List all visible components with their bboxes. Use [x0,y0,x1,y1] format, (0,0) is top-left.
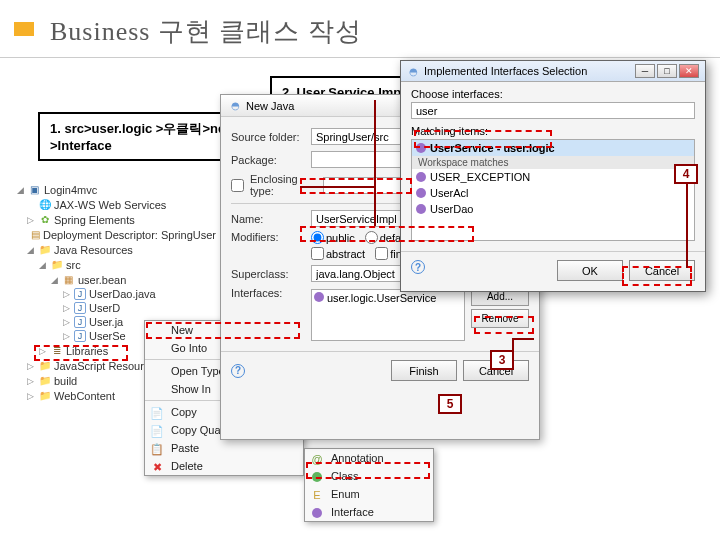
folder-icon: 📁 [38,389,51,402]
help-icon[interactable]: ? [231,364,245,378]
matching-list[interactable]: UserService - user.logic Workspace match… [411,139,695,241]
slide-title: Business 구현 클래스 작성 [0,0,720,58]
slide-accent [14,22,34,36]
wizard-icon: ◓ [229,99,242,112]
choose-label: Choose interfaces: [411,88,695,100]
copy-icon: 📄 [150,406,164,420]
libs-label: Libraries [66,345,108,357]
dialog-title: Implemented Interfaces Selection [424,65,587,77]
twisty-icon[interactable]: ▷ [62,331,71,341]
spring-label: Spring Elements [54,214,135,226]
superclass-label: Superclass: [231,268,305,280]
help-icon[interactable]: ? [411,260,425,274]
dialog-title: New Java [246,100,294,112]
remove-button[interactable]: Remove [471,309,529,328]
window-icon: ◓ [407,65,420,78]
modifier-abstract[interactable]: abstract [311,247,365,260]
name-label: Name: [231,213,305,225]
close-button[interactable]: ✕ [679,64,699,78]
submenu-enum[interactable]: EEnum [305,485,433,503]
maximize-button[interactable]: □ [657,64,677,78]
interface-icon [310,506,324,520]
enum-icon: E [310,488,324,502]
twisty-icon[interactable]: ◢ [26,245,35,255]
twisty-icon[interactable]: ▷ [26,361,35,371]
step-badge-5: 5 [438,394,462,414]
minimize-button[interactable]: ─ [635,64,655,78]
file-label: UserDao.java [89,288,156,300]
copy-icon: 📄 [150,424,164,438]
new-submenu[interactable]: @Annotation Class EEnum Interface [304,448,434,522]
step-badge-3: 3 [490,350,514,370]
twisty-icon[interactable]: ◢ [50,275,59,285]
menu-delete[interactable]: ✖Delete [145,457,303,475]
src-folder-icon: 📁 [50,258,63,271]
interfaces-label: Interfaces: [231,287,305,299]
interfaces-selection-dialog: ◓ Implemented Interfaces Selection ─ □ ✕… [400,60,706,292]
project-label: Login4mvc [44,184,97,196]
spring-icon: ✿ [38,213,51,226]
pkg-label: user.bean [78,274,126,286]
list-item[interactable]: UserDao [412,201,694,217]
filter-input[interactable] [411,102,695,119]
file-label: UserD [89,302,120,314]
jaxws-label: JAX-WS Web Services [54,199,166,211]
interface-icon [416,143,426,153]
project-icon: ▣ [28,183,41,196]
list-item[interactable]: UserAcl [412,185,694,201]
list-category: Workspace matches [412,156,694,169]
interface-icon [416,172,426,182]
twisty-icon[interactable]: ◢ [38,260,47,270]
menu-paste[interactable]: 📋Paste [145,439,303,457]
file-label: UserSe [89,330,126,342]
interface-icon [416,188,426,198]
submenu-interface[interactable]: Interface [305,503,433,521]
twisty-icon[interactable]: ◢ [16,185,25,195]
step-badge-4: 4 [674,164,698,184]
modifier-public[interactable]: public [311,231,355,244]
twisty-icon[interactable]: ▷ [26,215,35,225]
folder-icon: 📁 [38,374,51,387]
twisty-icon[interactable]: ▷ [26,376,35,386]
interface-item: user.logic.UserService [327,292,436,304]
package-icon: ▦ [62,273,75,286]
js-resources-icon: 📁 [38,359,51,372]
webc-label: WebContent [54,390,115,402]
ok-button[interactable]: OK [557,260,623,281]
twisty-icon[interactable]: ▷ [62,289,71,299]
twisty-icon[interactable]: ▷ [62,317,71,327]
dd-icon: ▤ [31,228,40,241]
java-file-icon: J [74,302,86,314]
interface-icon [314,292,324,302]
matching-label: Matching items: [411,125,695,137]
interfaces-list[interactable]: user.logic.UserService [311,289,465,341]
java-resources-icon: 📁 [38,243,51,256]
finish-button[interactable]: Finish [391,360,457,381]
build-label: build [54,375,77,387]
interface-icon [416,204,426,214]
delete-icon: ✖ [150,460,164,474]
modifiers-label: Modifiers: [231,231,305,243]
twisty-icon[interactable]: ▷ [38,346,47,356]
enclosing-label: Enclosing type: [250,173,317,197]
paste-icon: 📋 [150,442,164,456]
src-label: src [66,259,81,271]
list-item[interactable]: USER_EXCEPTION [412,169,694,185]
enclosing-checkbox[interactable] [231,179,244,192]
file-label: User.ja [89,316,123,328]
libraries-icon: ≣ [50,344,63,357]
list-item[interactable]: UserService - user.logic [412,140,694,156]
annotation-icon: @ [310,452,324,466]
java-file-icon: J [74,330,86,342]
cancel-button[interactable]: Cancel [629,260,695,281]
submenu-annotation[interactable]: @Annotation [305,449,433,467]
class-icon [310,470,324,484]
source-folder-label: Source folder: [231,131,305,143]
twisty-icon[interactable]: ▷ [26,391,35,401]
submenu-class[interactable]: Class [305,467,433,485]
dialog-titlebar: ◓ Implemented Interfaces Selection ─ □ ✕ [401,61,705,82]
jr-label: Java Resources [54,244,133,256]
package-label: Package: [231,154,305,166]
java-file-icon: J [74,316,86,328]
twisty-icon[interactable]: ▷ [62,303,71,313]
